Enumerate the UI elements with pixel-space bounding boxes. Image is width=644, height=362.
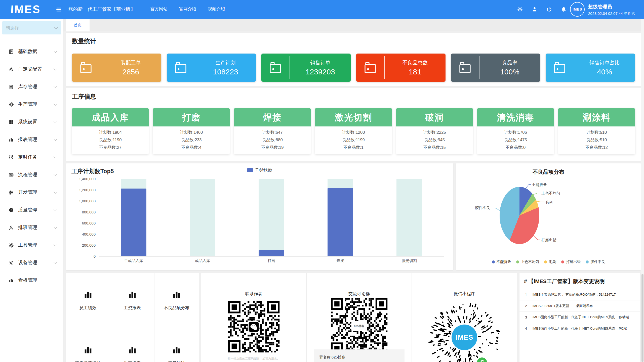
scrollbar-thumb[interactable]: [641, 274, 643, 362]
sidebar-item-quality[interactable]: 质量管理: [0, 201, 63, 219]
process-name: 激光切割: [315, 108, 392, 126]
sidebar-item-label: 看板管理: [18, 277, 57, 284]
bar-chart-legend[interactable]: 工序计划数: [247, 168, 272, 172]
sliders-icon: [9, 190, 14, 195]
sidebar-item-equipment[interactable]: 设备管理: [0, 254, 63, 272]
top-icon-group: [517, 7, 567, 12]
sidebar-item-dev[interactable]: 开发管理: [0, 184, 63, 201]
sidebar-item-inventory[interactable]: 库存管理: [0, 78, 63, 96]
stat-label: 生产计划: [195, 59, 256, 66]
sidebar-item-tool[interactable]: 工具管理: [0, 236, 63, 254]
process-card-清洗消毒: 清洗消毒计划数:1706良品数:1475不良品数:0: [477, 108, 554, 154]
report-shortcuts-panel: 员工绩效工资报表不良品项分布不良品项汇总生产报表产量统计: [66, 273, 199, 362]
chevron-down-icon: [54, 26, 58, 29]
avatar[interactable]: IMES: [570, 2, 585, 17]
pie-legend-item-打磨出错[interactable]: 打磨出错: [561, 259, 581, 264]
menu-toggle-icon[interactable]: [56, 7, 61, 12]
chart-icon: [9, 278, 14, 283]
sidebar-search-select[interactable]: 请选择: [2, 21, 61, 34]
x-label: 激光切割: [375, 258, 444, 263]
process-stat: 良品数:1199: [315, 136, 392, 144]
discussion-group-title: 交流讨论群: [307, 291, 412, 297]
sidebar-item-report[interactable]: 报表管理: [0, 131, 63, 148]
person-icon: [9, 225, 14, 230]
shortcut-工资报表[interactable]: 工资报表: [110, 273, 154, 328]
group-number: 群 号:200884004: [319, 361, 399, 362]
chevron-down-icon: [54, 155, 57, 158]
pie-legend-item-上色不均匀[interactable]: 上色不均匀: [516, 259, 539, 264]
process-stat: 良品数:945: [396, 136, 473, 144]
stat-value: 1239203: [290, 68, 351, 76]
shortcut-label: 员工绩效: [79, 305, 97, 311]
bar-slot-激光切割: [375, 179, 444, 256]
pie-callout-打磨出错: 打磨出错: [541, 238, 556, 243]
process-stat: 计划数:510: [558, 128, 635, 136]
process-stat: 计划数:2225: [396, 128, 473, 136]
pie-legend-item-毛刺[interactable]: 毛刺: [544, 259, 556, 264]
top-nav-link-0[interactable]: 官方网站: [150, 6, 168, 12]
chevron-down-icon: [54, 208, 57, 211]
sidebar-item-basic-data[interactable]: 基础数据: [0, 43, 63, 60]
shortcut-不良品项分布[interactable]: 不良品项分布: [154, 273, 199, 328]
pie-legend-item-不能折叠[interactable]: 不能折叠: [492, 259, 511, 264]
pie-legend-item-胶件不良[interactable]: 胶件不良: [586, 259, 605, 264]
sidebar-item-kanban[interactable]: 看板管理: [0, 272, 63, 289]
chevron-down-icon: [54, 172, 57, 176]
qr-panel: 联系作者 扫一扫上面的二维码图案，加我为朋友。 交流讨论群 625博客 群名称:…: [201, 273, 517, 362]
x-label: 焊接: [306, 258, 375, 263]
gear-icon: [9, 67, 14, 72]
process-card-破洞: 破洞计划数:2225良品数:945不良品数:15: [396, 108, 473, 154]
top-nav-link-1[interactable]: 官网介绍: [179, 6, 196, 12]
bar-chart-panel: 工序计划数Top5 工序计划数 1,400,0001,200,0001,000,…: [66, 163, 453, 270]
shortcut-label: 工资报表: [124, 305, 141, 311]
process-name: 焊接: [234, 108, 311, 126]
scrollbar-track[interactable]: [641, 19, 644, 362]
miniprogram-title: 微信小程序: [412, 291, 517, 297]
chevron-down-icon: [54, 260, 57, 264]
notebook-icon: [9, 49, 14, 54]
process-cards: 成品入库计划数:1904良品数:1190不良品数:27打磨计划数:1460良品数…: [66, 104, 641, 154]
bar-打磨: [259, 250, 284, 256]
shortcut-label: 产量统计: [168, 360, 185, 362]
stat-card-3: 不良品总数181: [356, 54, 446, 82]
process-stat: 计划数:647: [234, 128, 311, 136]
sidebar-item-shift[interactable]: 排班管理: [0, 219, 63, 236]
sidebar-item-system-settings[interactable]: 系统设置: [0, 113, 63, 131]
miniprogram-section: 微信小程序 IMES S: [412, 273, 517, 362]
sidebar-item-label: 设备管理: [18, 259, 54, 266]
process-stat: 不良品数:19: [234, 144, 311, 151]
sidebar-item-flow[interactable]: 流程管理: [0, 166, 63, 184]
sidebar-item-label: 排班管理: [18, 224, 54, 231]
shortcut-label: 不良品项汇总: [75, 360, 101, 362]
sidebar-item-label: 定时任务: [18, 154, 54, 160]
process-name: 涮涂料: [558, 108, 635, 126]
bar-chart-icon: [83, 290, 93, 299]
bar-chart-icon: [128, 290, 137, 299]
pie-chart: [500, 187, 539, 244]
process-title: 工序信息: [66, 88, 641, 104]
x-label: 成品入库: [168, 258, 237, 263]
user-icon[interactable]: [532, 7, 537, 12]
process-stat: 良品数:1190: [72, 136, 149, 144]
chevron-down-icon: [54, 225, 57, 229]
top-nav-link-2[interactable]: 视频介绍: [208, 6, 225, 12]
shortcut-产量统计[interactable]: 产量统计: [154, 328, 199, 362]
shortcut-生产报表[interactable]: 生产报表: [110, 328, 154, 362]
sidebar-item-custom-config[interactable]: 自定义配置: [0, 60, 63, 78]
settings-icon[interactable]: [517, 7, 523, 12]
process-stat: 不良品数:1: [315, 144, 392, 151]
folder-icon: [261, 60, 290, 75]
tab-home[interactable]: 首页: [66, 19, 90, 31]
pie-callout-lines: [456, 163, 641, 270]
sidebar-item-scheduled-task[interactable]: 定时任务: [0, 148, 63, 166]
shortcut-员工绩效[interactable]: 员工绩效: [66, 273, 110, 328]
sidebar-item-production[interactable]: 生产管理: [0, 96, 63, 113]
bar-chart-icon: [128, 345, 137, 355]
stat-label: 良品率: [479, 59, 540, 66]
stat-value: 2856: [100, 68, 161, 76]
sidebar-item-label: 工具管理: [18, 242, 54, 248]
shortcut-不良品项汇总[interactable]: 不良品项汇总: [66, 328, 110, 362]
bell-icon[interactable]: [561, 7, 567, 12]
bar-slot-半成品入库: [99, 179, 168, 256]
power-icon[interactable]: [546, 7, 552, 12]
